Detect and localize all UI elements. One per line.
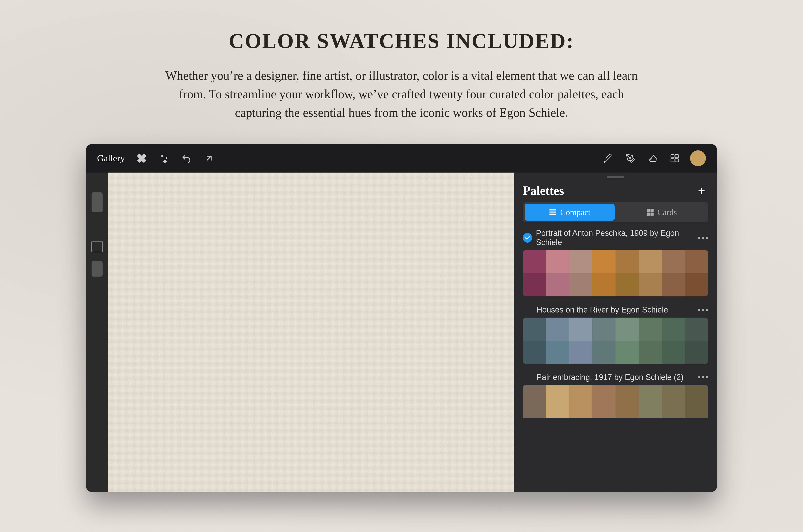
swatch[interactable] (662, 318, 685, 341)
swatch[interactable] (662, 341, 685, 364)
swatch[interactable] (546, 341, 569, 364)
swatch[interactable] (569, 250, 592, 273)
swatch[interactable] (523, 318, 546, 341)
svg-rect-9 (646, 209, 650, 212)
swatch[interactable] (546, 273, 569, 297)
swatch[interactable] (569, 341, 592, 364)
page-subtitle: Whether you’re a designer, fine artist, … (159, 66, 644, 122)
compact-view-button[interactable]: Compact (525, 204, 615, 221)
ink-pen-icon[interactable] (624, 152, 637, 165)
swatch[interactable] (546, 318, 569, 341)
palette-3-left: Pair embracing, 1917 by Egon Schiele (2) (523, 373, 683, 382)
swatch[interactable] (662, 250, 685, 273)
page-wrapper: COLOR SWATCHES INCLUDED: Whether you’re … (0, 0, 803, 492)
svg-rect-8 (549, 213, 556, 215)
drag-bar (607, 176, 624, 178)
swatch[interactable] (592, 341, 616, 364)
swatch[interactable] (639, 385, 662, 418)
wrench-icon[interactable] (136, 152, 147, 164)
view-toggle: Compact Cards (523, 202, 708, 222)
swatch[interactable] (523, 385, 546, 418)
palette-2-name: Houses on the River by Egon Schiele (536, 305, 668, 315)
palette-item: Pair embracing, 1917 by Egon Schiele (2) (516, 373, 715, 418)
palette-1-header: Portrait of Anton Peschka, 1909 by Egon … (523, 229, 708, 247)
swatch[interactable] (592, 250, 616, 273)
swatch[interactable] (546, 385, 569, 418)
swatch[interactable] (569, 385, 592, 418)
palette-3-more-button[interactable] (698, 376, 708, 378)
palette-2-swatches (523, 318, 708, 364)
panel-drag-handle[interactable] (514, 173, 717, 180)
page-title: COLOR SWATCHES INCLUDED: (229, 28, 574, 53)
swatch[interactable] (616, 385, 639, 418)
toolbar-right (602, 150, 706, 166)
swatch[interactable] (685, 385, 708, 418)
palette-item: Portrait of Anton Peschka, 1909 by Egon … (516, 229, 715, 297)
palettes-panel: Palettes + Compact (514, 173, 717, 492)
swatch[interactable] (569, 273, 592, 297)
undo-icon[interactable] (181, 152, 193, 164)
swatch[interactable] (592, 318, 616, 341)
swatch[interactable] (639, 273, 662, 297)
palette-2-header: Houses on the River by Egon Schiele (523, 305, 708, 315)
swatch[interactable] (523, 250, 546, 273)
swatch[interactable] (685, 273, 708, 297)
active-color[interactable] (690, 150, 706, 166)
check-icon (524, 235, 531, 241)
svg-rect-10 (650, 209, 653, 212)
swatch[interactable] (546, 250, 569, 273)
svg-rect-11 (646, 213, 650, 216)
export-icon[interactable] (203, 152, 215, 164)
compact-icon (549, 208, 557, 216)
swatch[interactable] (616, 318, 639, 341)
app-window: Gallery (86, 144, 717, 492)
palette-2-left: Houses on the River by Egon Schiele (523, 305, 668, 315)
eraser-icon[interactable] (646, 152, 659, 165)
sidebar-slider-bottom[interactable] (92, 261, 103, 277)
palette-1-more-button[interactable] (698, 237, 708, 239)
swatch[interactable] (639, 318, 662, 341)
canvas-noise (108, 173, 514, 492)
swatch[interactable] (616, 341, 639, 364)
compact-label: Compact (560, 207, 590, 217)
sidebar-slider-top[interactable] (92, 192, 103, 212)
panel-title: Palettes (523, 184, 564, 198)
app-toolbar: Gallery (86, 144, 717, 173)
sidebar-square-control[interactable] (91, 241, 103, 252)
palette-1-check[interactable] (523, 233, 532, 243)
swatch[interactable] (616, 273, 639, 297)
panel-header: Palettes + (514, 180, 717, 202)
swatch[interactable] (523, 341, 546, 364)
main-area: Palettes + Compact (86, 173, 717, 492)
canvas-area[interactable] (108, 173, 514, 492)
swatch[interactable] (569, 318, 592, 341)
svg-rect-12 (650, 213, 653, 216)
gallery-button[interactable]: Gallery (97, 153, 125, 164)
add-palette-button[interactable]: + (695, 184, 708, 197)
swatch[interactable] (662, 385, 685, 418)
swatch[interactable] (685, 341, 708, 364)
cards-view-button[interactable]: Cards (616, 204, 706, 221)
brush-icon[interactable] (602, 152, 615, 165)
svg-rect-3 (675, 154, 678, 158)
swatch[interactable] (685, 318, 708, 341)
swatch[interactable] (523, 273, 546, 297)
palette-1-swatches (523, 250, 708, 297)
magic-icon[interactable] (159, 152, 170, 164)
swatch[interactable] (639, 341, 662, 364)
palette-3-swatches-partial (523, 385, 708, 418)
swatch[interactable] (592, 273, 616, 297)
layers-icon[interactable] (668, 152, 681, 165)
left-sidebar (86, 173, 108, 492)
palette-2-more-button[interactable] (698, 309, 708, 311)
swatch[interactable] (639, 250, 662, 273)
palette-list: Portrait of Anton Peschka, 1909 by Egon … (514, 229, 717, 492)
swatch[interactable] (662, 273, 685, 297)
swatch[interactable] (592, 385, 616, 418)
palette-1-left: Portrait of Anton Peschka, 1909 by Egon … (523, 229, 698, 247)
svg-rect-5 (675, 159, 678, 162)
cards-icon (646, 208, 654, 216)
swatch[interactable] (616, 250, 639, 273)
svg-point-0 (604, 162, 605, 163)
swatch[interactable] (685, 250, 708, 273)
